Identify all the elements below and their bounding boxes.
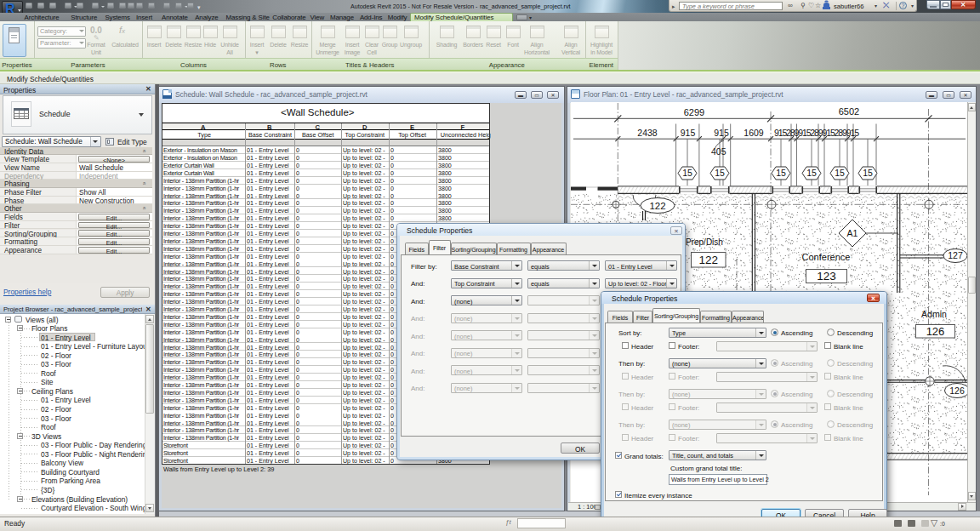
svg-text:915289915289915289915: 915289915289915289915 — [774, 128, 859, 138]
svg-text:15: 15 — [715, 168, 725, 178]
svg-text:127: 127 — [948, 250, 963, 260]
svg-text:A1: A1 — [847, 228, 858, 238]
svg-text:15: 15 — [863, 168, 873, 178]
svg-text:Admin: Admin — [921, 309, 947, 319]
svg-text:1609: 1609 — [744, 128, 764, 138]
svg-text:122: 122 — [698, 254, 718, 266]
svg-text:915: 915 — [714, 128, 729, 138]
svg-text:915: 915 — [681, 128, 696, 138]
svg-text:15: 15 — [835, 168, 845, 178]
svg-text:126: 126 — [926, 325, 945, 338]
svg-text:2438: 2438 — [637, 128, 658, 138]
svg-text:123: 123 — [817, 270, 836, 283]
svg-text:15: 15 — [682, 168, 692, 178]
svg-text:405: 405 — [711, 146, 726, 157]
svg-text:6299: 6299 — [684, 107, 704, 117]
svg-text:126: 126 — [949, 385, 965, 396]
svg-text:15: 15 — [776, 168, 786, 178]
svg-text:6502: 6502 — [839, 106, 859, 117]
svg-text:Conference: Conference — [802, 252, 851, 262]
svg-text:122: 122 — [649, 201, 665, 211]
svg-text:Prep/Dish: Prep/Dish — [686, 237, 723, 247]
svg-text:15: 15 — [806, 168, 817, 178]
